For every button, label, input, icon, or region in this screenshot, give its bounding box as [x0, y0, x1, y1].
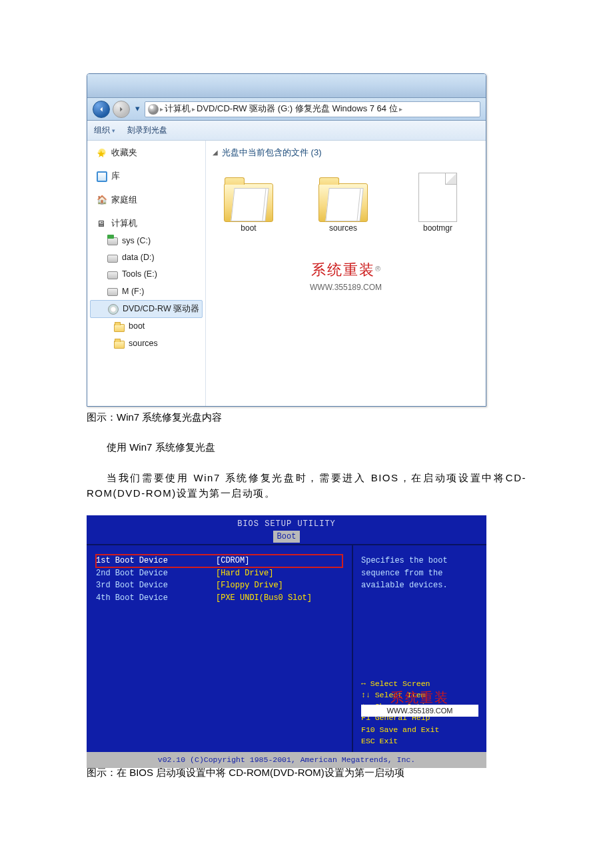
disk-icon [107, 255, 118, 263]
paragraph: 当我们需要使用 Win7 系统修复光盘时，需要进入 BIOS，在启动项设置中将C… [87, 470, 526, 501]
bios-key-legend: ↔ Select Screen ↕↓ Select Item +- Change… [361, 678, 478, 747]
nav-bar: ▾ ▸ 计算机 ▸ DVD/CD-RW 驱动器 (G:) 修复光盘 Window… [87, 98, 486, 121]
disk-icon [107, 288, 118, 296]
bios-boot-item-1[interactable]: 1st Boot Device [CDROM] [96, 555, 342, 567]
library-icon [97, 171, 107, 182]
sidebar-drive-cd[interactable]: DVD/CD-RW 驱动器 [90, 300, 203, 318]
sidebar-libraries[interactable]: 库 [87, 168, 205, 185]
sidebar-drive-f[interactable]: M (F:) [87, 283, 205, 300]
sidebar-homegroup[interactable]: 家庭组 [87, 192, 205, 209]
bios-boot-item-2[interactable]: 2nd Boot Device [Hard Drive] [96, 567, 342, 580]
file-view: ◢ 光盘中当前包含的文件 (3) boot sources bootmgr 系 [206, 141, 486, 406]
bios-title: BIOS SETUP UTILITY [87, 515, 486, 531]
homegroup-icon [97, 195, 107, 205]
figure-caption-1: 图示：Win7 系统修复光盘内容 [87, 409, 526, 425]
history-dropdown[interactable]: ▾ [133, 105, 142, 114]
star-icon [97, 148, 107, 159]
disk-icon [107, 237, 118, 245]
file-item-boot[interactable]: boot [217, 169, 281, 235]
group-header[interactable]: ◢ 光盘中当前包含的文件 (3) [213, 143, 479, 165]
bios-screenshot: BIOS SETUP UTILITY Boot 1st Boot Device … [87, 515, 486, 762]
nav-pane: 收藏夹 库 家庭组 计算机 sys (C:) data (D:) Tools (… [87, 141, 206, 406]
forward-button[interactable] [113, 101, 130, 118]
folder-icon [224, 183, 273, 222]
bios-boot-item-3[interactable]: 3rd Boot Device [Floppy Drive] [96, 579, 342, 592]
disk-icon [107, 271, 118, 279]
watermark-url: WWW.355189.COM [361, 705, 478, 717]
chevron-right-icon: ▸ [192, 104, 195, 115]
sidebar-drive-c[interactable]: sys (C:) [87, 233, 205, 249]
bios-tab-boot[interactable]: Boot [273, 531, 301, 543]
chevron-right-icon: ▸ [160, 104, 163, 115]
bios-help-pane: Specifies the boot sequence from the ava… [353, 545, 486, 752]
sidebar-drive-e[interactable]: Tools (E:) [87, 266, 205, 283]
disc-icon [148, 104, 159, 115]
sidebar-favorites[interactable]: 收藏夹 [87, 145, 205, 161]
sidebar-drive-d[interactable]: data (D:) [87, 249, 205, 266]
sidebar-computer[interactable]: 计算机 [87, 215, 205, 232]
explorer-window: ▾ ▸ 计算机 ▸ DVD/CD-RW 驱动器 (G:) 修复光盘 Window… [87, 73, 486, 407]
cd-icon [108, 304, 119, 315]
back-button[interactable] [93, 101, 110, 118]
file-icon [418, 173, 457, 222]
address-bar[interactable]: ▸ 计算机 ▸ DVD/CD-RW 驱动器 (G:) 修复光盘 Windows … [145, 101, 480, 117]
bios-boot-item-4[interactable]: 4th Boot Device [PXE UNDI(Bus0 Slot] [96, 592, 342, 605]
sidebar-folder-boot[interactable]: boot [87, 318, 205, 335]
bios-boot-list: 1st Boot Device [CDROM] 2nd Boot Device … [87, 545, 353, 752]
command-bar: 组织 刻录到光盘 [87, 121, 486, 141]
chevron-right-icon: ▸ [399, 104, 402, 115]
bios-footer: v02.10 (C)Copyright 1985-2001, American … [87, 752, 486, 768]
organize-menu[interactable]: 组织 [94, 124, 115, 137]
computer-icon [97, 219, 107, 229]
folder-icon [114, 324, 125, 332]
bios-help-text: Specifies the boot sequence from the ava… [361, 555, 478, 592]
burn-to-disc[interactable]: 刻录到光盘 [127, 124, 167, 137]
collapse-icon: ◢ [213, 147, 218, 158]
breadcrumb-seg[interactable]: DVD/CD-RW 驱动器 (G:) 修复光盘 Windows 7 64 位 [197, 102, 398, 115]
sidebar-folder-sources[interactable]: sources [87, 335, 205, 352]
file-item-sources[interactable]: sources [311, 169, 375, 235]
breadcrumb-seg[interactable]: 计算机 [165, 102, 191, 115]
bios-tab-bar: Boot [87, 531, 486, 545]
folder-icon [114, 341, 125, 349]
explorer-body: 收藏夹 库 家庭组 计算机 sys (C:) data (D:) Tools (… [87, 141, 486, 406]
file-item-bootmgr[interactable]: bootmgr [406, 169, 470, 235]
title-bar [87, 74, 486, 98]
paragraph: 使用 Win7 系统修复光盘 [87, 439, 526, 455]
watermark: 系统重装® WWW.355189.COM [213, 259, 479, 294]
folder-icon [318, 183, 368, 222]
